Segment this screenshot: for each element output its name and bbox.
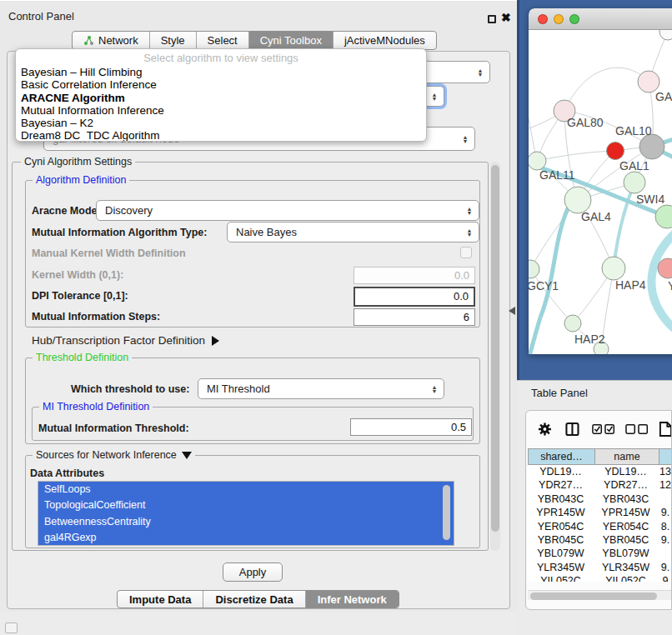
control-panel: Control Panel ✖ Network Style Select Cyn… [0, 0, 517, 612]
cell-name: YER054C [594, 520, 658, 533]
table-toolbar [526, 411, 672, 448]
column-header-name[interactable]: name [594, 449, 659, 464]
kernel-width-field[interactable]: 0.0 [354, 267, 475, 284]
node-hap4[interactable] [602, 257, 625, 280]
table-row[interactable]: YBR043CYBR043C [528, 492, 672, 506]
hub-section-toggle[interactable]: Hub/Transcription Factor Definition [32, 334, 219, 347]
table-row-clipped[interactable]: YIL052CYIL052C9 [528, 574, 672, 582]
sources-toggle[interactable]: Sources for Network Inference [33, 449, 195, 461]
list-scrollbar-thumb[interactable] [443, 485, 450, 540]
group-title: MI Threshold Definition [39, 401, 153, 412]
mi-steps-field[interactable]: 6 [354, 308, 475, 326]
aracne-mode-value: Discovery [105, 204, 153, 217]
table-row[interactable]: YBR045CYBR045C9. [528, 533, 672, 547]
node-gal11[interactable] [529, 152, 546, 170]
tab-impute-data[interactable]: Impute Data [118, 591, 203, 608]
network-view-window[interactable]: GAL80 GAL10 GAL11 GAL1 SWI4 GAL4 GCY1 HA… [529, 8, 672, 354]
tab-style[interactable]: Style [149, 32, 196, 49]
table-row[interactable]: YDL19…YDL19…13 [528, 465, 672, 478]
network-icon [83, 35, 94, 46]
gear-icon[interactable] [538, 422, 552, 437]
float-window-icon[interactable] [488, 15, 496, 23]
mi-type-value: Naive Bayes [236, 226, 297, 238]
mi-threshold-label: Mutual Information Threshold: [38, 422, 189, 434]
table-row[interactable]: YLR345WYLR345W9. [528, 561, 672, 574]
manual-kernel-checkbox[interactable] [460, 247, 472, 258]
data-attributes-list[interactable]: SelfLoops TopologicalCoefficient Between… [38, 481, 454, 546]
cell-shared-name: YDL19… [528, 465, 594, 478]
cell-shared-name: YIL052C [528, 574, 594, 582]
deselect-all-checkboxes-icon[interactable] [625, 423, 649, 435]
dpi-tolerance-label: DPI Tolerance [0,1]: [32, 290, 128, 302]
select-all-checkboxes-icon[interactable] [592, 423, 615, 435]
cell-value [658, 547, 672, 560]
table-row[interactable]: YBL079WYBL079W [528, 547, 672, 560]
column-header-shared-name[interactable]: shared… [529, 449, 594, 464]
aracne-mode-combobox[interactable]: Discovery ▲▼ [96, 200, 479, 221]
list-item[interactable]: gal4RGexp [38, 530, 454, 546]
kernel-width-label: Kernel Width (0,1): [32, 269, 123, 281]
list-item[interactable]: SelfLoops [38, 482, 454, 498]
stepper-icon: ▲▼ [474, 68, 489, 77]
manual-kernel-label: Manual Kernel Width Definition [32, 248, 186, 259]
table-row[interactable]: YDR27…YDR27…12 [528, 478, 672, 492]
node-swi4[interactable] [655, 205, 672, 228]
network-canvas[interactable]: GAL80 GAL10 GAL11 GAL1 SWI4 GAL4 GCY1 HA… [529, 30, 672, 354]
node-label: GAL [655, 90, 672, 103]
node-gal1[interactable] [624, 172, 645, 193]
partial-node[interactable] [659, 30, 672, 40]
node-gcy1[interactable] [529, 260, 539, 278]
mouse-cursor [509, 307, 515, 315]
node-label: GAL4 [581, 210, 611, 223]
apply-button[interactable]: Apply [223, 562, 283, 582]
cell-shared-name: YER054C [528, 520, 594, 533]
dropdown-item[interactable]: Bayesian – K2 [16, 117, 426, 129]
node-y-truncated[interactable] [658, 258, 672, 278]
columns-icon[interactable] [565, 422, 579, 437]
minimize-traffic-icon[interactable] [554, 14, 564, 24]
tab-cyni-toolbox[interactable]: Cyni Toolbox [248, 32, 333, 49]
node-label: GAL80 [567, 116, 604, 129]
resize-grip-icon[interactable] [5, 622, 18, 633]
dropdown-placeholder: Select algorithm to view settings [16, 51, 426, 66]
list-item[interactable]: BetweennessCentrality [38, 514, 454, 530]
close-icon[interactable]: ✖ [501, 11, 511, 24]
list-item[interactable]: TopologicalCoefficient [38, 498, 454, 513]
node-hap2[interactable] [564, 315, 581, 332]
tab-discretize-data[interactable]: Discretize Data [203, 591, 304, 608]
dropdown-item-aracne[interactable]: ARACNE Algorithm [16, 92, 426, 104]
cell-name: YIL052C [594, 574, 658, 582]
cell-name: YDR27… [594, 478, 658, 492]
dpi-tolerance-field[interactable]: 0.0 [354, 287, 475, 307]
dropdown-item[interactable]: Dream8 DC_TDC Algorithm [16, 129, 426, 142]
dropdown-item[interactable]: Basic Correlation Inference [16, 78, 426, 91]
control-panel-titlebar: Control Panel ✖ [0, 5, 517, 28]
table-row[interactable]: YPR145WYPR145W9. [528, 506, 672, 519]
tab-jactivemnodules[interactable]: jActiveMNodules [333, 32, 436, 49]
table-row[interactable]: YER054CYER054C8. [528, 520, 672, 533]
tab-select[interactable]: Select [196, 32, 248, 49]
column-header-clipped[interactable] [659, 449, 672, 464]
stepper-icon: ▲▼ [464, 228, 479, 237]
which-threshold-combobox[interactable]: MI Threshold ▲▼ [198, 378, 444, 399]
tab-label: Select [208, 34, 238, 47]
scrollbar-thumb[interactable] [491, 165, 499, 532]
table-horizontal-scrollbar[interactable] [528, 590, 671, 600]
scrollbar-thumb[interactable] [530, 592, 657, 600]
data-attributes-label: Data Attributes [30, 468, 104, 479]
settings-scrollbar[interactable] [490, 162, 500, 551]
close-traffic-icon[interactable] [538, 14, 548, 24]
dropdown-item[interactable]: Mutual Information Inference [16, 104, 426, 117]
document-icon[interactable] [659, 421, 672, 438]
cell-value: 9. [658, 506, 672, 519]
node-selected-red[interactable] [607, 142, 624, 160]
control-panel-tabbar: Network Style Select Cyni Toolbox jActiv… [72, 31, 437, 50]
dropdown-item[interactable]: Bayesian – Hill Climbing [16, 66, 426, 78]
tab-network[interactable]: Network [73, 32, 149, 49]
mi-threshold-field[interactable]: 0.5 [350, 418, 472, 436]
network-window-titlebar[interactable] [529, 8, 672, 30]
node-gal10[interactable] [639, 134, 664, 159]
tab-infer-network[interactable]: Infer Network [305, 591, 399, 608]
zoom-traffic-icon[interactable] [569, 14, 579, 24]
mi-type-combobox[interactable]: Naive Bayes ▲▼ [227, 222, 479, 242]
